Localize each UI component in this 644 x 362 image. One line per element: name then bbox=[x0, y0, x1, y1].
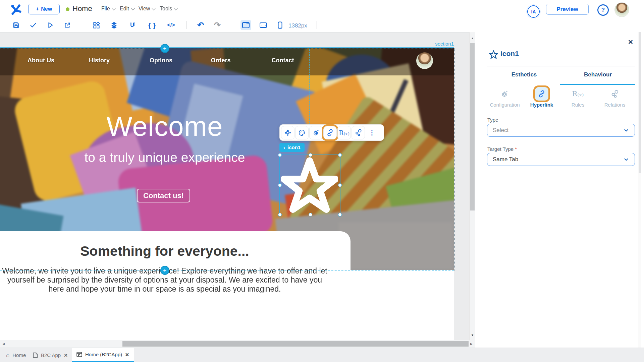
home-icon: ⌂ bbox=[6, 352, 9, 359]
selected-widget-badge[interactable]: ‹ icon1 bbox=[279, 143, 305, 152]
widgets-icon[interactable] bbox=[91, 20, 102, 30]
tab-behaviour[interactable]: Behaviour bbox=[561, 71, 635, 78]
scroll-down-icon[interactable]: ▼ bbox=[471, 334, 474, 337]
nav-link-history[interactable]: History bbox=[89, 57, 110, 64]
hyperlink-button-highlighted[interactable] bbox=[323, 126, 337, 139]
help-icon[interactable]: ? bbox=[597, 4, 609, 16]
resize-handle[interactable] bbox=[338, 183, 342, 187]
nav-link-about-us[interactable]: About Us bbox=[28, 57, 54, 64]
resize-handle[interactable] bbox=[278, 153, 282, 157]
resize-handle[interactable] bbox=[338, 153, 342, 157]
nav-link-options[interactable]: Options bbox=[150, 57, 172, 64]
tab-home[interactable]: ⌂ Home bbox=[1, 348, 31, 362]
rules-button[interactable]: R₍ₓ₎ bbox=[337, 126, 351, 139]
braces-icon[interactable]: { } bbox=[147, 20, 157, 30]
file-icon bbox=[33, 352, 38, 358]
chevron-down-icon bbox=[131, 6, 135, 10]
code-icon[interactable]: </> bbox=[166, 20, 176, 30]
hyperlink-icon-highlighted bbox=[535, 87, 548, 101]
scroll-left-icon[interactable]: ◀ bbox=[2, 343, 5, 346]
add-widget-below-button[interactable]: + bbox=[160, 266, 169, 275]
page-mockup: About Us History Options Orders Contact … bbox=[0, 48, 454, 340]
canvas-vertical-scrollbar[interactable]: ▲ ▼ bbox=[469, 32, 476, 340]
tab-b2c-app[interactable]: B2C App ✕ bbox=[28, 348, 72, 362]
ia-assistant-button[interactable]: IA bbox=[527, 5, 540, 18]
undo-icon[interactable]: ↶ bbox=[195, 20, 206, 30]
required-asterisk: * bbox=[515, 146, 517, 152]
menu-tools[interactable]: Tools bbox=[160, 6, 177, 12]
resize-handle[interactable] bbox=[278, 183, 282, 187]
preview-button[interactable]: Preview bbox=[546, 4, 589, 15]
resize-handle[interactable] bbox=[309, 213, 312, 217]
verify-icon[interactable] bbox=[28, 20, 39, 30]
chevron-down-icon bbox=[623, 157, 629, 163]
section-label: section1 bbox=[389, 41, 454, 47]
editor-toolbar: { } </> ↶ ↷ 1382px bbox=[0, 18, 644, 33]
save-icon[interactable] bbox=[11, 20, 21, 30]
styles-palette-button[interactable] bbox=[295, 126, 309, 139]
close-tab-icon[interactable]: ✕ bbox=[125, 352, 129, 357]
tab-esthetics[interactable]: Esthetics bbox=[487, 71, 561, 78]
desktop-preview-icon[interactable] bbox=[240, 20, 251, 30]
subtab-rules[interactable]: R₍ₓ₎ Rules bbox=[560, 86, 596, 108]
more-options-button[interactable]: ⋮ bbox=[366, 126, 378, 139]
tablet-preview-icon[interactable] bbox=[258, 20, 269, 30]
layers-icon[interactable] bbox=[109, 20, 119, 30]
widget-selection-box[interactable] bbox=[279, 155, 340, 215]
panel-divider bbox=[487, 111, 635, 111]
vertical-scroll-thumb[interactable] bbox=[470, 43, 475, 210]
phone-preview-icon[interactable] bbox=[275, 20, 285, 30]
target-type-select[interactable]: Same Tab bbox=[487, 153, 635, 166]
panel-widget-title: icon1 bbox=[500, 50, 519, 58]
type-select[interactable]: Select bbox=[487, 124, 635, 137]
tab-home-b2capp-active[interactable]: Home (B2CApp) ✕ bbox=[72, 348, 134, 362]
scroll-up-icon[interactable]: ▲ bbox=[471, 37, 474, 40]
resize-handle[interactable] bbox=[309, 153, 312, 157]
chevron-down-icon bbox=[623, 127, 629, 133]
toolbar-separator bbox=[233, 21, 233, 29]
menu-file[interactable]: File bbox=[101, 6, 115, 12]
scroll-right-icon[interactable]: ▶ bbox=[470, 343, 473, 346]
new-button[interactable]: + New bbox=[28, 4, 60, 14]
type-field-label: Type bbox=[487, 117, 498, 123]
publish-icon[interactable] bbox=[62, 20, 73, 30]
panel-scrollbar[interactable] bbox=[638, 32, 641, 348]
width-resize-handle[interactable] bbox=[317, 21, 317, 29]
configuration-gear-icon bbox=[487, 86, 523, 101]
contact-us-button[interactable]: Contact us! bbox=[137, 189, 190, 202]
properties-panel bbox=[475, 32, 644, 348]
panel-close-icon[interactable]: ✕ bbox=[628, 38, 633, 46]
nav-link-contact[interactable]: Contact bbox=[272, 57, 294, 64]
menu-edit[interactable]: Edit bbox=[120, 6, 134, 12]
move-widget-button[interactable] bbox=[281, 126, 294, 139]
add-widget-above-button[interactable]: + bbox=[160, 44, 169, 53]
screen-icon bbox=[76, 352, 82, 357]
horizontal-scroll-thumb[interactable] bbox=[122, 341, 469, 347]
flows-icon[interactable] bbox=[127, 20, 138, 30]
content-heading: Something for everyone... bbox=[0, 243, 329, 259]
toolbar-separator bbox=[81, 21, 81, 29]
nav-link-orders[interactable]: Orders bbox=[211, 57, 230, 64]
subtab-hyperlink[interactable]: Hyperlink bbox=[524, 86, 560, 108]
relations-icon bbox=[597, 86, 633, 101]
close-tab-icon[interactable]: ✕ bbox=[64, 353, 68, 358]
configuration-button[interactable] bbox=[309, 126, 323, 139]
chevron-down-icon bbox=[174, 6, 178, 10]
resize-handle[interactable] bbox=[278, 213, 282, 217]
design-canvas[interactable]: About Us History Options Orders Contact … bbox=[0, 32, 477, 340]
subtab-configuration[interactable]: Configuration bbox=[487, 86, 523, 108]
active-tab-underline bbox=[560, 84, 635, 85]
run-icon[interactable] bbox=[45, 20, 56, 30]
nav-user-avatar[interactable] bbox=[416, 52, 433, 69]
menu-view[interactable]: View bbox=[139, 6, 155, 12]
user-avatar[interactable] bbox=[614, 2, 629, 17]
site-navbar: About Us History Options Orders Contact bbox=[0, 48, 454, 75]
resize-handle[interactable] bbox=[338, 213, 342, 217]
publish-status-dot bbox=[66, 7, 69, 11]
relations-button[interactable] bbox=[352, 126, 365, 139]
redo-icon[interactable]: ↷ bbox=[212, 20, 223, 30]
subtab-relations[interactable]: Relations bbox=[597, 86, 633, 108]
rules-icon: R₍ₓ₎ bbox=[572, 90, 584, 98]
canvas-horizontal-scrollbar[interactable]: ◀ ▶ bbox=[0, 340, 475, 348]
back-chevron-icon: ‹ bbox=[283, 144, 285, 150]
